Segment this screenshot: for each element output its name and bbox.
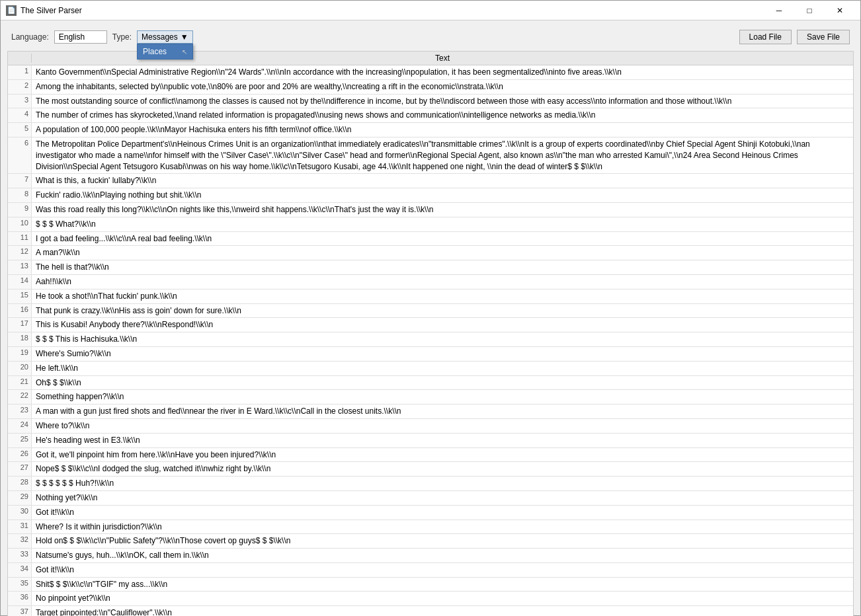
table-row[interactable]: 14Aah!!\\k\\n <box>8 275 853 289</box>
row-text: Nope$ $ $\\k\\c\\nI dodged the slug, wat… <box>32 462 853 476</box>
row-number-header <box>8 54 32 63</box>
table-row[interactable]: 6The Metropolitan Police Department's\\n… <box>8 137 853 174</box>
table-row[interactable]: 28$ $ $ $ $ $ Huh?!\\k\\n <box>8 477 853 491</box>
save-file-button[interactable]: Save File <box>797 30 850 44</box>
title-bar-left: 📄 The Silver Parser <box>6 5 82 16</box>
row-number: 8 <box>8 188 32 202</box>
type-button[interactable]: Messages ▼ <box>137 30 193 44</box>
row-number: 32 <box>8 534 32 548</box>
row-number: 21 <box>8 376 32 390</box>
row-number: 14 <box>8 275 32 289</box>
table-row[interactable]: 31Where? Is it within jurisdiction?\\k\\… <box>8 520 853 535</box>
table-row[interactable]: 24Where to?\\k\\n <box>8 419 853 434</box>
row-number: 3 <box>8 95 32 108</box>
table-row[interactable]: 26Got it, we'll pinpoint him from here.\… <box>8 448 853 463</box>
load-file-button[interactable]: Load File <box>739 30 792 44</box>
table-row[interactable]: 23A man with a gun just fired shots and … <box>8 404 853 419</box>
table-row[interactable]: 1Kanto Government\\nSpecial Administrati… <box>8 65 853 80</box>
row-text: I got a bad feeling...\\k\\c\\nA real ba… <box>32 232 853 246</box>
table-row[interactable]: 29Nothing yet?\\k\\n <box>8 491 853 506</box>
row-number: 13 <box>8 260 32 274</box>
row-number: 12 <box>8 246 32 260</box>
row-text: $ $ $ $ $ $ Huh?!\\k\\n <box>32 477 853 490</box>
row-text: $ $ $ What?\\k\\n <box>32 217 853 231</box>
row-text: Got it!\\k\\n <box>32 506 853 520</box>
type-option-places[interactable]: Places ↖ <box>138 44 192 59</box>
row-text: Where's Sumio?\\k\\n <box>32 347 853 361</box>
table-row[interactable]: 5A population of 100,000 people.\\k\\nMa… <box>8 123 853 137</box>
title-bar: 📄 The Silver Parser ─ □ ✕ <box>1 1 860 20</box>
row-number: 31 <box>8 520 32 534</box>
row-number: 16 <box>8 304 32 318</box>
table-row[interactable]: 4The number of crimes has skyrocketed,\\… <box>8 108 853 123</box>
minimize-button[interactable]: ─ <box>764 1 794 20</box>
table-row[interactable]: 19Where's Sumio?\\k\\n <box>8 347 853 362</box>
table-row[interactable]: 17This is Kusabi! Anybody there?\\k\\nRe… <box>8 318 853 332</box>
table-row[interactable]: 10$ $ $ What?\\k\\n <box>8 217 853 232</box>
table-row[interactable]: 32Hold on$ $ $\\k\\c\\n"Public Safety"?\… <box>8 534 853 549</box>
table-row[interactable]: 20He left.\\k\\n <box>8 362 853 376</box>
toolbar-left: Language: English Type: Messages ▼ <box>11 30 193 44</box>
row-text: Oh$ $ $\\k\\n <box>32 376 853 390</box>
row-text: Fuckin' radio.\\k\\nPlaying nothing but … <box>32 188 853 202</box>
row-text: The hell is that?\\k\\n <box>32 260 853 274</box>
row-text: He took a shot!\\nThat fuckin' punk.\\k\… <box>32 289 853 303</box>
row-text: What is this, a fuckin' lullaby?\\k\\n <box>32 174 853 188</box>
row-number: 33 <box>8 549 32 562</box>
table-row[interactable]: 37Target pinpointed:\\n"Cauliflower".\\k… <box>8 606 853 616</box>
table-row[interactable]: 27Nope$ $ $\\k\\c\\nI dodged the slug, w… <box>8 462 853 477</box>
row-text: The most outstanding source of conflict\… <box>32 95 853 108</box>
table-row[interactable]: 15He took a shot!\\nThat fuckin' punk.\\… <box>8 289 853 304</box>
row-number: 7 <box>8 174 32 188</box>
row-text: A man with a gun just fired shots and fl… <box>32 404 853 418</box>
language-select[interactable]: English <box>54 30 107 44</box>
maximize-button[interactable]: □ <box>794 1 825 20</box>
type-dropdown-menu: Places ↖ <box>137 44 193 59</box>
table-row[interactable]: 9Was this road really this long?\\k\\c\\… <box>8 203 853 217</box>
table-row[interactable]: 13The hell is that?\\k\\n <box>8 260 853 275</box>
row-text: Shit$ $ $\\k\\c\\n"TGIF" my ass...\\k\\n <box>32 578 853 592</box>
row-text: Aah!!\\k\\n <box>32 275 853 289</box>
table-row[interactable]: 22Something happen?\\k\\n <box>8 390 853 404</box>
table-row[interactable]: 2Among the inhabitants, selected by\\npu… <box>8 80 853 95</box>
table-header: Text <box>8 52 853 65</box>
table-row[interactable]: 21Oh$ $ $\\k\\n <box>8 376 853 391</box>
row-number: 10 <box>8 217 32 231</box>
table-row[interactable]: 30Got it!\\k\\n <box>8 506 853 520</box>
type-dropdown-container[interactable]: Messages ▼ Places ↖ <box>137 30 193 44</box>
row-text: He left.\\k\\n <box>32 362 853 375</box>
table-row[interactable]: 8Fuckin' radio.\\k\\nPlaying nothing but… <box>8 188 853 203</box>
row-number: 4 <box>8 108 32 122</box>
table-row[interactable]: 35Shit$ $ $\\k\\c\\n"TGIF" my ass...\\k\… <box>8 578 853 592</box>
type-dropdown-arrow: ▼ <box>181 32 188 42</box>
close-button[interactable]: ✕ <box>825 1 855 20</box>
table-row[interactable]: 33Natsume's guys, huh...\\k\\nOK, call t… <box>8 549 853 563</box>
row-text: No pinpoint yet?\\k\\n <box>32 592 853 605</box>
row-text: This is Kusabi! Anybody there?\\k\\nResp… <box>32 318 853 332</box>
row-number: 25 <box>8 434 32 447</box>
row-number: 22 <box>8 390 32 404</box>
row-number: 19 <box>8 347 32 361</box>
table-row[interactable]: 18$ $ $ This is Hachisuka.\\k\\n <box>8 332 853 347</box>
row-number: 37 <box>8 606 32 616</box>
row-text: Among the inhabitants, selected by\\npub… <box>32 80 853 94</box>
main-content: Language: English Type: Messages ▼ <box>1 20 860 616</box>
table-row[interactable]: 11I got a bad feeling...\\k\\c\\nA real … <box>8 232 853 247</box>
language-dropdown-container: English <box>54 30 107 44</box>
table-scroll-area[interactable]: 1Kanto Government\\nSpecial Administrati… <box>8 65 853 616</box>
table-row[interactable]: 34Got it!\\k\\n <box>8 563 853 578</box>
table-row[interactable]: 12A man?\\k\\n <box>8 246 853 260</box>
table-row[interactable]: 7What is this, a fuckin' lullaby?\\k\\n <box>8 174 853 188</box>
table-row[interactable]: 16That punk is crazy.\\k\\nHis ass is go… <box>8 304 853 319</box>
row-text: Where? Is it within jurisdiction?\\k\\n <box>32 520 853 534</box>
row-number: 27 <box>8 462 32 476</box>
row-number: 29 <box>8 491 32 505</box>
row-number: 17 <box>8 318 32 332</box>
table-row[interactable]: 3The most outstanding source of conflict… <box>8 95 853 109</box>
main-window: 📄 The Silver Parser ─ □ ✕ Language: Engl… <box>0 0 861 616</box>
row-text: Nothing yet?\\k\\n <box>32 491 853 505</box>
table-row[interactable]: 36No pinpoint yet?\\k\\n <box>8 592 853 606</box>
app-icon: 📄 <box>6 5 17 16</box>
row-number: 15 <box>8 289 32 303</box>
table-row[interactable]: 25He's heading west in E3.\\k\\n <box>8 434 853 448</box>
